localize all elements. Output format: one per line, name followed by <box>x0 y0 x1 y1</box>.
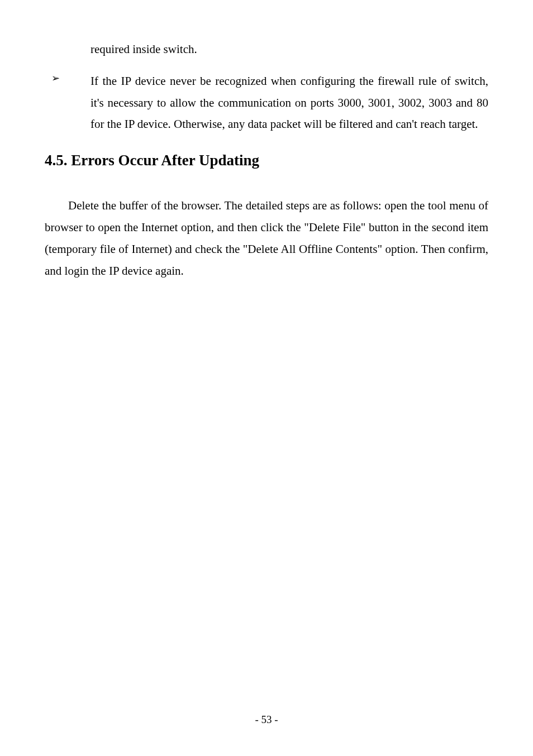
bullet-text: If the IP device never be recognized whe… <box>72 70 488 136</box>
bullet-marker-icon: ➢ <box>45 70 72 136</box>
continuation-text: required inside switch. <box>91 39 488 60</box>
body-paragraph: Delete the buffer of the browser. The de… <box>45 195 488 281</box>
bullet-item: ➢ If the IP device never be recognized w… <box>45 70 488 136</box>
section-heading: 4.5. Errors Occur After Updating <box>45 152 488 169</box>
page-number: - 53 - <box>0 714 533 726</box>
